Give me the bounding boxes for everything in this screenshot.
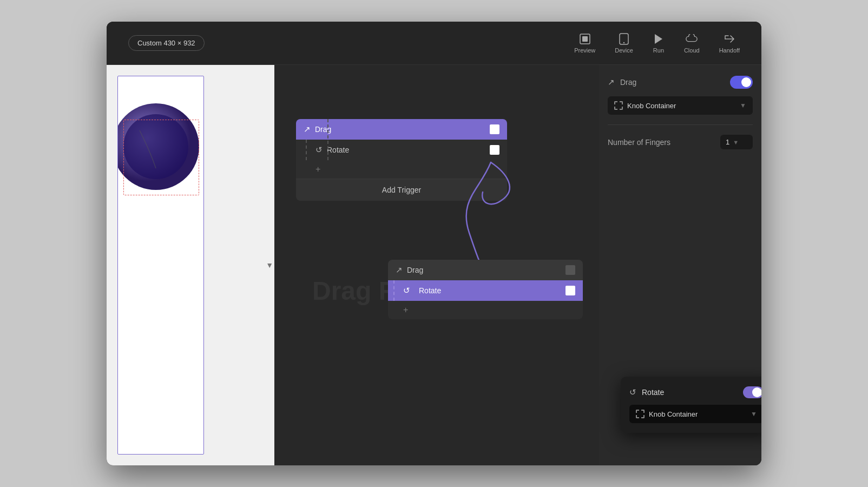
properties-panel: ↗ Drag Knob Container ▼ Number of Finger… (599, 65, 761, 465)
drag-trigger-row-bottom[interactable]: ↗ Drag (388, 260, 583, 280)
rotate-icon-bottom: ↺ (403, 286, 410, 295)
preview-icon (579, 33, 591, 45)
fingers-prop-row: Number of Fingers 1 ▼ (608, 135, 753, 149)
drag-icon-bottom: ↗ (396, 265, 403, 275)
preview-button[interactable]: Preview (574, 33, 595, 54)
preview-panel: ▼ (107, 65, 274, 465)
run-icon (653, 33, 665, 45)
knob-container-label-top: Knob Container (627, 102, 735, 110)
divider-1 (608, 124, 753, 125)
fingers-label: Number of Fingers (608, 138, 715, 147)
device-size-label: Custom 430 × 932 (128, 35, 205, 51)
drag-label-bottom: Drag (407, 266, 561, 274)
add-action-btn-top[interactable]: + (315, 164, 320, 174)
knob-select-arrow-top: ▼ (740, 102, 746, 109)
rotate-prop-row-popup: ↺ Rotate (629, 386, 761, 398)
drag-prop-label: Drag (620, 78, 725, 87)
knob-select-icon-top (614, 101, 623, 110)
preview-label: Preview (574, 47, 595, 54)
cloud-button[interactable]: Cloud (684, 33, 700, 54)
dashed-connector-top (306, 140, 307, 160)
cloud-label: Cloud (684, 47, 700, 54)
drag-toggle[interactable] (730, 76, 753, 89)
device-icon (618, 33, 630, 45)
svg-point-3 (623, 42, 624, 43)
app-window: Custom 430 × 932 Preview (107, 22, 761, 465)
cloud-icon (686, 33, 698, 45)
trigger-card-top: ↗ Drag ↺ Rotate + (296, 119, 507, 201)
rotate-sub-row-bottom[interactable]: ↺ Rotate (388, 280, 583, 301)
rotate-label-bottom: Rotate (419, 286, 561, 295)
toolbar: Custom 430 × 932 Preview (107, 22, 761, 65)
toolbar-actions: Preview Device Run (574, 33, 740, 54)
add-action-row-top: + (296, 160, 507, 179)
trigger-card-bottom: ↗ Drag ↺ Rotate + (388, 260, 583, 319)
panel-collapse-arrow[interactable]: ▼ (265, 259, 274, 272)
add-action-btn-bottom[interactable]: + (403, 305, 408, 315)
rotate-label-top: Rotate (327, 146, 485, 154)
device-label: Device (615, 47, 633, 54)
properties-popup: ↺ Rotate Knob Container ▼ (621, 377, 761, 433)
knob-container-select-popup[interactable]: Knob Container ▼ (629, 405, 761, 423)
canvas-dashed-selection (123, 120, 199, 195)
add-action-row-bottom: + (388, 301, 583, 319)
knob-select-icon-popup (636, 410, 645, 418)
rotate-square-top (490, 145, 499, 155)
handoff-button[interactable]: Handoff (719, 33, 740, 54)
drag-icon-top: ↗ (304, 124, 311, 134)
handoff-icon (724, 33, 735, 45)
run-button[interactable]: Run (653, 33, 665, 54)
add-trigger-button[interactable]: Add Trigger (296, 179, 507, 201)
toolbar-left: Custom 430 × 932 (128, 35, 205, 51)
knob-select-arrow-popup: ▼ (751, 410, 757, 418)
rotate-square-bottom (565, 286, 575, 295)
rotate-icon-top: ↺ (315, 145, 323, 155)
rotate-toggle-popup[interactable] (743, 386, 761, 398)
drag-square-bottom (565, 265, 575, 275)
drag-label-top: Drag (315, 125, 485, 134)
fingers-value: 1 (726, 138, 729, 146)
fingers-select[interactable]: 1 ▼ (720, 135, 753, 149)
device-button[interactable]: Device (615, 33, 633, 54)
knob-container-select-top[interactable]: Knob Container ▼ (608, 96, 753, 115)
canvas-frame (117, 76, 204, 455)
run-label: Run (653, 47, 664, 54)
svg-rect-1 (582, 36, 588, 42)
handoff-label: Handoff (719, 47, 740, 54)
drag-prop-icon: ↗ (608, 77, 615, 87)
drag-square-top (490, 124, 499, 134)
interaction-panel: Drag Rotate ↗ Drag ↺ Rotate (274, 65, 599, 465)
dashed-connector-bottom (393, 280, 394, 301)
rotate-prop-label-popup: Rotate (642, 388, 738, 397)
knob-container-label-popup: Knob Container (649, 410, 746, 418)
svg-marker-4 (655, 34, 662, 44)
fingers-arrow: ▼ (733, 139, 739, 146)
main-content: ▼ Drag Rotate ↗ Drag ↺ Rotate (107, 65, 761, 465)
rotate-prop-icon-popup: ↺ (629, 387, 636, 397)
drag-prop-row: ↗ Drag (608, 76, 753, 89)
dashed-connector-add (327, 119, 328, 160)
